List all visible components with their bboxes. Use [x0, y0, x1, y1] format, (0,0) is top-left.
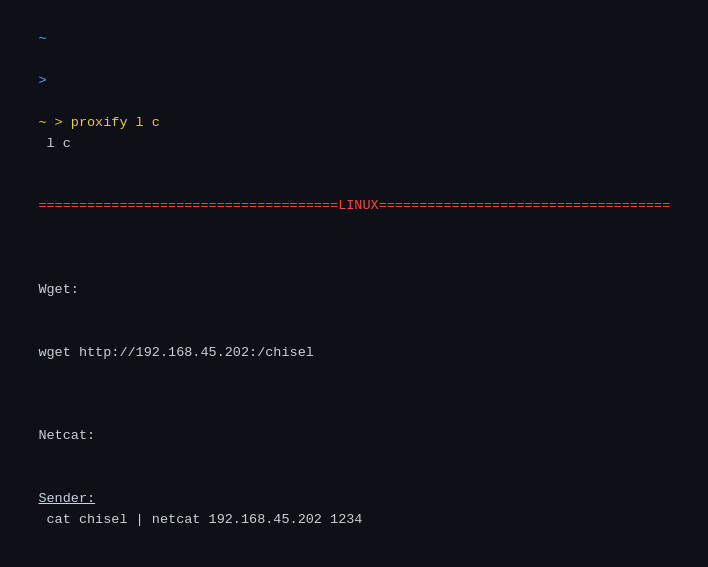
prompt-arrow: >	[38, 73, 46, 88]
blank-1	[6, 238, 702, 259]
wget-header-line: Wget:	[6, 259, 702, 322]
wget-cmd-line: wget http://192.168.45.202:/chisel	[6, 322, 702, 385]
receiver-line: Receiver: nc -l -p 1234 -q 1 > chisel < …	[6, 552, 702, 567]
sender-line: Sender: cat chisel | netcat 192.168.45.2…	[6, 468, 702, 552]
tilde: ~	[38, 31, 46, 46]
prompt-line: ~ > ~ > proxify l c l c	[6, 8, 702, 175]
command-text: ~ > proxify l c	[38, 115, 160, 130]
linux-separator: =====================================LIN…	[6, 175, 702, 238]
netcat-header-line: Netcat:	[6, 406, 702, 469]
blank-2	[6, 385, 702, 406]
sender-label: Sender:	[38, 491, 95, 506]
terminal: ~ > ~ > proxify l c l c ================…	[0, 0, 708, 567]
